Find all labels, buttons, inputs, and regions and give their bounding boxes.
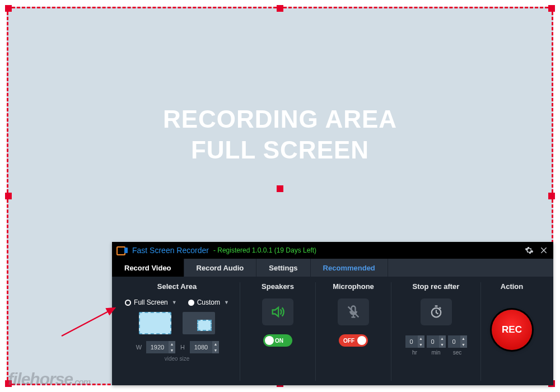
toggle-knob: [265, 336, 274, 345]
watermark: filehorse.com: [8, 370, 90, 389]
timer-icon-box[interactable]: [421, 298, 452, 325]
width-spinner[interactable]: ▲▼: [146, 341, 175, 353]
column-select-area: Select Area Full Screen ▼ Custom ▼ W: [114, 282, 240, 381]
sec-label: sec: [453, 349, 462, 356]
tab-recommended[interactable]: Recommended: [311, 259, 388, 277]
sec-step-down[interactable]: ▼: [460, 342, 467, 348]
chevron-down-icon[interactable]: ▼: [224, 300, 229, 305]
min-label: min: [431, 349, 440, 356]
column-stop-rec-after: Stop rec after ▲▼ hr ▲▼ min ▲▼ sec: [391, 282, 481, 381]
radio-custom[interactable]: Custom ▼: [188, 298, 229, 306]
chevron-down-icon[interactable]: ▼: [172, 300, 177, 305]
video-size-hint: video size: [165, 356, 189, 362]
column-action: Action REC: [481, 282, 543, 381]
preset-custom-thumb[interactable]: [183, 312, 215, 334]
record-button-label: REC: [502, 324, 522, 335]
min-spinner[interactable]: ▲▼: [427, 335, 446, 348]
titlebar[interactable]: Fast Screen Recorder - Registered 1.0.0.…: [112, 242, 553, 259]
move-handle-center[interactable]: [277, 185, 283, 192]
width-label: W: [135, 344, 143, 351]
recording-area-caption: RECORDING AREA FULL SCREEN: [8, 104, 552, 165]
stopwatch-icon: [428, 304, 444, 320]
tab-settings[interactable]: Settings: [256, 259, 310, 277]
speakers-toggle-label: ON: [275, 338, 283, 344]
column-microphone: Microphone OFF: [316, 282, 391, 381]
microphone-header: Microphone: [333, 282, 374, 291]
stop-rec-header: Stop rec after: [413, 282, 460, 291]
hr-input[interactable]: [405, 335, 418, 348]
resize-handle-top-middle[interactable]: [277, 5, 283, 12]
microphone-icon-box[interactable]: [338, 298, 369, 325]
speakers-icon-box[interactable]: [262, 298, 293, 325]
sec-step-up[interactable]: ▲: [460, 335, 467, 342]
min-step-down[interactable]: ▼: [439, 342, 446, 348]
tab-record-audio[interactable]: Record Audio: [184, 259, 257, 277]
watermark-brand: filehorse: [8, 370, 73, 388]
hr-spinner[interactable]: ▲▼: [405, 335, 424, 348]
min-step-up[interactable]: ▲: [439, 335, 446, 342]
microphone-toggle[interactable]: OFF: [339, 334, 368, 347]
radio-full-screen-label: Full Screen: [134, 298, 168, 306]
column-speakers: Speakers ON: [240, 282, 316, 381]
resize-handle-middle-left[interactable]: [5, 193, 12, 199]
recording-area-line1: RECORDING AREA: [163, 105, 397, 133]
radio-full-screen[interactable]: Full Screen ▼: [125, 298, 177, 306]
microphone-toggle-label: OFF: [343, 338, 354, 344]
hr-step-down[interactable]: ▼: [418, 342, 424, 348]
sec-input[interactable]: [448, 335, 460, 348]
width-step-down[interactable]: ▼: [169, 347, 175, 353]
registration-status: - Registered 1.0.0.1 (19 Days Left): [213, 246, 316, 254]
height-label: H: [179, 344, 186, 351]
speaker-icon: [270, 304, 286, 320]
speakers-header: Speakers: [262, 282, 294, 291]
width-input[interactable]: [146, 341, 169, 353]
recording-area-line2: FULL SCREEN: [191, 136, 369, 164]
sec-spinner[interactable]: ▲▼: [448, 335, 467, 348]
settings-gear-button[interactable]: [524, 245, 534, 255]
close-icon: [539, 246, 548, 255]
height-input[interactable]: [190, 341, 212, 353]
width-step-up[interactable]: ▲: [169, 341, 175, 347]
resize-handle-top-right[interactable]: [548, 5, 555, 12]
tabs: Record Video Record Audio Settings Recom…: [112, 259, 553, 277]
watermark-tld: .com: [73, 377, 90, 386]
recorder-panel: Fast Screen Recorder - Registered 1.0.0.…: [112, 242, 553, 385]
app-logo-icon: [116, 246, 128, 255]
height-step-down[interactable]: ▼: [212, 347, 219, 353]
app-title: Fast Screen Recorder: [132, 246, 209, 255]
radio-custom-label: Custom: [197, 298, 220, 306]
panel-body: Select Area Full Screen ▼ Custom ▼ W: [112, 277, 553, 385]
gear-icon: [525, 246, 534, 255]
preset-full-screen-thumb[interactable]: [139, 312, 171, 334]
radio-dot-icon: [125, 300, 131, 306]
close-button[interactable]: [539, 245, 549, 255]
tab-record-video[interactable]: Record Video: [112, 259, 184, 277]
resize-handle-middle-right[interactable]: [548, 193, 555, 199]
height-step-up[interactable]: ▲: [212, 341, 219, 347]
hr-step-up[interactable]: ▲: [418, 335, 424, 342]
action-header: Action: [501, 282, 523, 291]
select-area-header: Select Area: [157, 282, 197, 291]
speakers-toggle[interactable]: ON: [263, 334, 292, 347]
radio-dot-icon: [188, 300, 194, 306]
microphone-muted-icon: [346, 304, 361, 320]
toggle-knob: [357, 336, 366, 345]
resize-handle-top-left[interactable]: [5, 5, 12, 12]
height-spinner[interactable]: ▲▼: [190, 341, 219, 353]
record-button[interactable]: REC: [492, 310, 532, 350]
min-input[interactable]: [427, 335, 439, 348]
hr-label: hr: [412, 349, 417, 356]
